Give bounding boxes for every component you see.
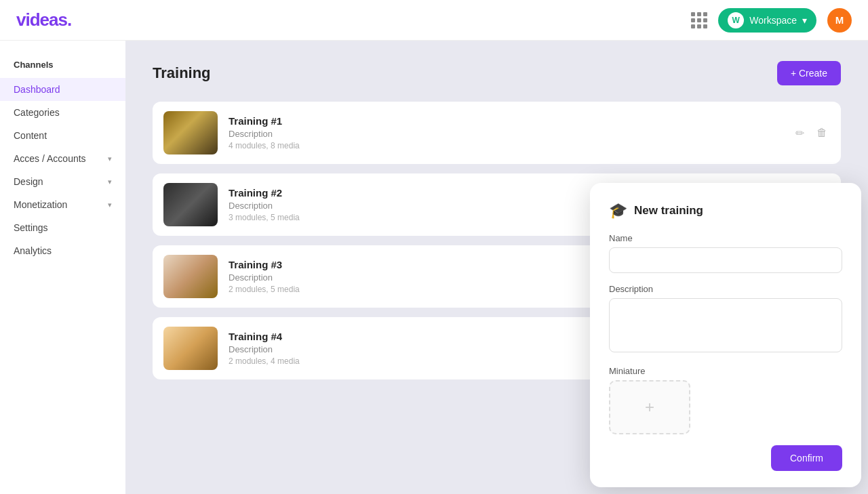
workspace-button[interactable]: W Workspace ▾ xyxy=(718,8,816,33)
panel-header: 🎓 New training xyxy=(609,202,842,220)
training-thumbnail xyxy=(163,183,218,226)
panel-footer: Confirm xyxy=(609,445,842,471)
chevron-down-icon: ▾ xyxy=(108,178,112,186)
training-name: Training #1 xyxy=(229,115,782,127)
topbar: videas. W Workspace ▾ M xyxy=(0,0,868,41)
sidebar-item-categories[interactable]: Categories xyxy=(0,101,125,124)
create-button[interactable]: + Create xyxy=(777,61,841,85)
sidebar-item-dashboard[interactable]: Dashboard xyxy=(0,78,125,101)
workspace-icon: W xyxy=(728,12,744,28)
training-info: Training #1 Description 4 modules, 8 med… xyxy=(229,115,782,150)
avatar[interactable]: M xyxy=(827,8,852,33)
thumb-image xyxy=(163,183,218,226)
training-meta: 4 modules, 8 media xyxy=(229,141,782,150)
sidebar-item-monetization[interactable]: Monetization ▾ xyxy=(0,193,125,216)
description-form-group: Description xyxy=(609,284,842,355)
sidebar: Channels Dashboard Categories Content Ac… xyxy=(0,41,125,494)
sidebar-item-analytics[interactable]: Analytics xyxy=(0,239,125,262)
thumb-image xyxy=(163,255,218,298)
chevron-down-icon: ▾ xyxy=(108,155,112,163)
description-input[interactable] xyxy=(609,298,842,352)
miniature-label: Miniature xyxy=(609,366,842,376)
name-label: Name xyxy=(609,233,842,243)
chevron-down-icon: ▾ xyxy=(108,201,112,209)
sidebar-item-label: Monetization xyxy=(14,199,67,210)
training-description: Description xyxy=(229,129,782,139)
table-row: Training #1 Description 4 modules, 8 med… xyxy=(153,102,841,164)
edit-icon[interactable]: ✏ xyxy=(793,124,807,142)
thumb-image xyxy=(163,327,218,370)
workspace-label: Workspace xyxy=(749,15,797,26)
confirm-button[interactable]: Confirm xyxy=(771,445,842,471)
sidebar-item-label: Acces / Accounts xyxy=(14,153,86,164)
graduation-cap-icon: 🎓 xyxy=(609,202,627,220)
plus-icon: + xyxy=(645,398,654,417)
thumb-image xyxy=(163,111,218,155)
sidebar-item-content[interactable]: Content xyxy=(0,124,125,147)
description-label: Description xyxy=(609,284,842,294)
sidebar-section-channels: Channels xyxy=(0,54,125,78)
panel-title: New training xyxy=(634,204,703,218)
training-actions: ✏ 🗑 xyxy=(793,124,830,142)
sidebar-item-acces-accounts[interactable]: Acces / Accounts ▾ xyxy=(0,147,125,170)
sidebar-item-label: Settings xyxy=(14,222,48,233)
apps-grid-icon[interactable] xyxy=(691,12,707,28)
name-form-group: Name xyxy=(609,233,842,273)
training-thumbnail xyxy=(163,111,218,155)
delete-icon[interactable]: 🗑 xyxy=(814,124,830,142)
training-thumbnail xyxy=(163,255,218,298)
sidebar-item-label: Categories xyxy=(14,107,60,118)
page-title: Training xyxy=(153,64,211,82)
name-input[interactable] xyxy=(609,247,842,273)
sidebar-item-settings[interactable]: Settings xyxy=(0,216,125,239)
miniature-upload[interactable]: + xyxy=(609,380,690,434)
content-area: Training + Create Training #1 Descriptio… xyxy=(125,41,868,494)
training-thumbnail xyxy=(163,327,218,370)
sidebar-item-label: Analytics xyxy=(14,245,52,256)
page-header: Training + Create xyxy=(153,61,841,85)
new-training-panel: 🎓 New training Name Description Miniatur… xyxy=(590,183,861,487)
workspace-chevron-icon: ▾ xyxy=(802,15,807,26)
sidebar-item-label: Dashboard xyxy=(14,84,60,95)
app-logo: videas. xyxy=(16,9,71,30)
sidebar-item-label: Design xyxy=(14,176,43,187)
sidebar-item-design[interactable]: Design ▾ xyxy=(0,170,125,193)
sidebar-item-label: Content xyxy=(14,130,47,141)
main-layout: Channels Dashboard Categories Content Ac… xyxy=(0,41,868,494)
miniature-form-group: Miniature + xyxy=(609,366,842,434)
topbar-right: W Workspace ▾ M xyxy=(691,8,852,33)
